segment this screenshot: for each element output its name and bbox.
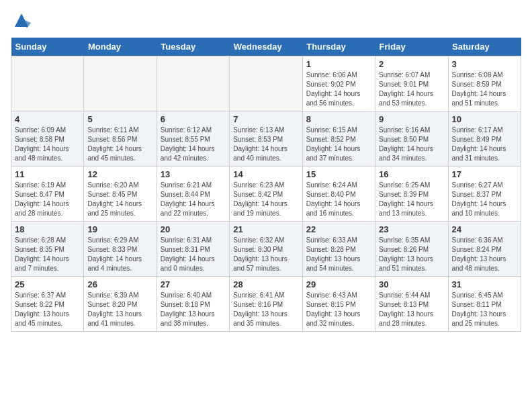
- day-number: 26: [87, 279, 152, 289]
- weekday-header-sunday: Sunday: [11, 38, 84, 56]
- calendar-cell: 31Sunrise: 6:45 AM Sunset: 8:11 PM Dayli…: [448, 277, 521, 332]
- day-info: Sunrise: 6:45 AM Sunset: 8:11 PM Dayligh…: [452, 291, 517, 328]
- calendar-week-row: 4Sunrise: 6:09 AM Sunset: 8:58 PM Daylig…: [11, 111, 521, 167]
- day-number: 5: [87, 114, 152, 124]
- day-info: Sunrise: 6:36 AM Sunset: 8:24 PM Dayligh…: [452, 236, 517, 273]
- logo: [11, 11, 31, 30]
- day-info: Sunrise: 6:40 AM Sunset: 8:18 PM Dayligh…: [161, 291, 226, 328]
- day-info: Sunrise: 6:20 AM Sunset: 8:45 PM Dayligh…: [87, 181, 152, 218]
- day-info: Sunrise: 6:19 AM Sunset: 8:47 PM Dayligh…: [15, 181, 80, 218]
- calendar-cell: 19Sunrise: 6:29 AM Sunset: 8:33 PM Dayli…: [84, 222, 157, 277]
- calendar-cell: 23Sunrise: 6:35 AM Sunset: 8:26 PM Dayli…: [375, 222, 448, 277]
- calendar-cell: 25Sunrise: 6:37 AM Sunset: 8:22 PM Dayli…: [11, 277, 84, 332]
- calendar-week-row: 18Sunrise: 6:28 AM Sunset: 8:35 PM Dayli…: [11, 222, 521, 277]
- day-info: Sunrise: 6:07 AM Sunset: 9:01 PM Dayligh…: [379, 71, 444, 108]
- calendar-cell: 28Sunrise: 6:41 AM Sunset: 8:16 PM Dayli…: [230, 277, 302, 332]
- calendar-cell: 1Sunrise: 6:06 AM Sunset: 9:02 PM Daylig…: [302, 56, 375, 111]
- calendar-week-row: 11Sunrise: 6:19 AM Sunset: 8:47 PM Dayli…: [11, 167, 521, 222]
- day-number: 29: [306, 279, 371, 289]
- day-number: 8: [306, 114, 371, 124]
- calendar-cell: 27Sunrise: 6:40 AM Sunset: 8:18 PM Dayli…: [157, 277, 229, 332]
- day-number: 9: [379, 114, 444, 124]
- weekday-header-monday: Monday: [84, 38, 157, 56]
- calendar-cell: [157, 56, 229, 111]
- weekday-header-friday: Friday: [375, 38, 448, 56]
- calendar-cell: 9Sunrise: 6:16 AM Sunset: 8:50 PM Daylig…: [375, 111, 448, 167]
- calendar-table: SundayMondayTuesdayWednesdayThursdayFrid…: [11, 38, 521, 332]
- calendar-cell: [11, 56, 84, 111]
- day-number: 10: [452, 114, 517, 124]
- day-info: Sunrise: 6:12 AM Sunset: 8:55 PM Dayligh…: [161, 126, 226, 163]
- day-info: Sunrise: 6:39 AM Sunset: 8:20 PM Dayligh…: [87, 291, 152, 328]
- day-number: 3: [452, 59, 517, 69]
- calendar-header-row: SundayMondayTuesdayWednesdayThursdayFrid…: [11, 38, 521, 56]
- calendar-cell: 22Sunrise: 6:33 AM Sunset: 8:28 PM Dayli…: [302, 222, 375, 277]
- weekday-header-thursday: Thursday: [302, 38, 375, 56]
- day-number: 22: [306, 224, 371, 234]
- calendar-cell: 10Sunrise: 6:17 AM Sunset: 8:49 PM Dayli…: [448, 111, 521, 167]
- calendar-cell: [84, 56, 157, 111]
- day-info: Sunrise: 6:35 AM Sunset: 8:26 PM Dayligh…: [379, 236, 444, 273]
- day-info: Sunrise: 6:33 AM Sunset: 8:28 PM Dayligh…: [306, 236, 371, 273]
- day-info: Sunrise: 6:29 AM Sunset: 8:33 PM Dayligh…: [87, 236, 152, 273]
- day-info: Sunrise: 6:31 AM Sunset: 8:31 PM Dayligh…: [161, 236, 226, 273]
- day-info: Sunrise: 6:25 AM Sunset: 8:39 PM Dayligh…: [379, 181, 444, 218]
- day-info: Sunrise: 6:37 AM Sunset: 8:22 PM Dayligh…: [15, 291, 80, 328]
- day-info: Sunrise: 6:24 AM Sunset: 8:40 PM Dayligh…: [306, 181, 371, 218]
- day-number: 18: [15, 224, 80, 234]
- calendar-cell: 21Sunrise: 6:32 AM Sunset: 8:30 PM Dayli…: [230, 222, 302, 277]
- calendar-cell: 3Sunrise: 6:08 AM Sunset: 8:59 PM Daylig…: [448, 56, 521, 111]
- day-info: Sunrise: 6:13 AM Sunset: 8:53 PM Dayligh…: [233, 126, 298, 163]
- calendar-cell: 14Sunrise: 6:23 AM Sunset: 8:42 PM Dayli…: [230, 167, 302, 222]
- day-info: Sunrise: 6:06 AM Sunset: 9:02 PM Dayligh…: [306, 71, 371, 108]
- day-number: 15: [306, 169, 371, 179]
- logo-icon: [12, 11, 31, 30]
- calendar-cell: 30Sunrise: 6:44 AM Sunset: 8:13 PM Dayli…: [375, 277, 448, 332]
- day-number: 14: [233, 169, 298, 179]
- day-info: Sunrise: 6:08 AM Sunset: 8:59 PM Dayligh…: [452, 71, 517, 108]
- calendar-cell: 6Sunrise: 6:12 AM Sunset: 8:55 PM Daylig…: [157, 111, 229, 167]
- calendar-week-row: 1Sunrise: 6:06 AM Sunset: 9:02 PM Daylig…: [11, 56, 521, 111]
- calendar-cell: 18Sunrise: 6:28 AM Sunset: 8:35 PM Dayli…: [11, 222, 84, 277]
- day-info: Sunrise: 6:21 AM Sunset: 8:44 PM Dayligh…: [161, 181, 226, 218]
- calendar-cell: 5Sunrise: 6:11 AM Sunset: 8:56 PM Daylig…: [84, 111, 157, 167]
- day-info: Sunrise: 6:23 AM Sunset: 8:42 PM Dayligh…: [233, 181, 298, 218]
- calendar-cell: 17Sunrise: 6:27 AM Sunset: 8:37 PM Dayli…: [448, 167, 521, 222]
- day-number: 4: [15, 114, 80, 124]
- calendar-cell: 20Sunrise: 6:31 AM Sunset: 8:31 PM Dayli…: [157, 222, 229, 277]
- day-number: 6: [161, 114, 226, 124]
- day-number: 31: [452, 279, 517, 289]
- weekday-header-wednesday: Wednesday: [230, 38, 302, 56]
- day-info: Sunrise: 6:16 AM Sunset: 8:50 PM Dayligh…: [379, 126, 444, 163]
- calendar-cell: 16Sunrise: 6:25 AM Sunset: 8:39 PM Dayli…: [375, 167, 448, 222]
- day-info: Sunrise: 6:41 AM Sunset: 8:16 PM Dayligh…: [233, 291, 298, 328]
- day-info: Sunrise: 6:32 AM Sunset: 8:30 PM Dayligh…: [233, 236, 298, 273]
- day-number: 13: [161, 169, 226, 179]
- day-info: Sunrise: 6:43 AM Sunset: 8:15 PM Dayligh…: [306, 291, 371, 328]
- day-number: 21: [233, 224, 298, 234]
- calendar-week-row: 25Sunrise: 6:37 AM Sunset: 8:22 PM Dayli…: [11, 277, 521, 332]
- calendar-cell: 4Sunrise: 6:09 AM Sunset: 8:58 PM Daylig…: [11, 111, 84, 167]
- day-number: 25: [15, 279, 80, 289]
- day-info: Sunrise: 6:17 AM Sunset: 8:49 PM Dayligh…: [452, 126, 517, 163]
- day-number: 12: [87, 169, 152, 179]
- weekday-header-saturday: Saturday: [448, 38, 521, 56]
- calendar-cell: 29Sunrise: 6:43 AM Sunset: 8:15 PM Dayli…: [302, 277, 375, 332]
- day-number: 30: [379, 279, 444, 289]
- calendar-cell: 2Sunrise: 6:07 AM Sunset: 9:01 PM Daylig…: [375, 56, 448, 111]
- day-info: Sunrise: 6:44 AM Sunset: 8:13 PM Dayligh…: [379, 291, 444, 328]
- page-header: [11, 11, 521, 30]
- day-number: 19: [87, 224, 152, 234]
- calendar-cell: 15Sunrise: 6:24 AM Sunset: 8:40 PM Dayli…: [302, 167, 375, 222]
- calendar-cell: 13Sunrise: 6:21 AM Sunset: 8:44 PM Dayli…: [157, 167, 229, 222]
- day-info: Sunrise: 6:27 AM Sunset: 8:37 PM Dayligh…: [452, 181, 517, 218]
- day-number: 20: [161, 224, 226, 234]
- calendar-cell: 11Sunrise: 6:19 AM Sunset: 8:47 PM Dayli…: [11, 167, 84, 222]
- day-info: Sunrise: 6:28 AM Sunset: 8:35 PM Dayligh…: [15, 236, 80, 273]
- day-number: 2: [379, 59, 444, 69]
- day-number: 28: [233, 279, 298, 289]
- calendar-cell: 12Sunrise: 6:20 AM Sunset: 8:45 PM Dayli…: [84, 167, 157, 222]
- day-number: 16: [379, 169, 444, 179]
- day-info: Sunrise: 6:09 AM Sunset: 8:58 PM Dayligh…: [15, 126, 80, 163]
- day-info: Sunrise: 6:15 AM Sunset: 8:52 PM Dayligh…: [306, 126, 371, 163]
